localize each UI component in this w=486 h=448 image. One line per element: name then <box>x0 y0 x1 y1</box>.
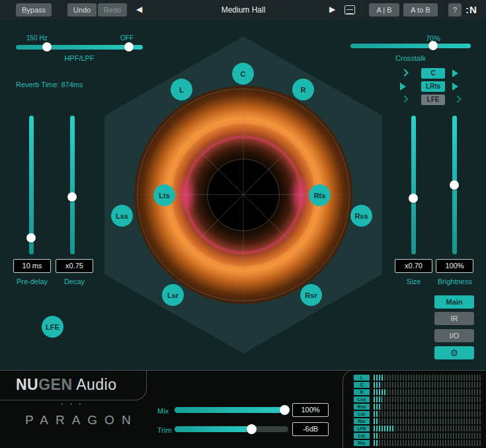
brand-nu: NU <box>16 376 38 393</box>
meter-bar <box>374 389 481 395</box>
meter-row: Lsr <box>354 411 481 417</box>
meter-bar <box>374 382 481 388</box>
predelay-value[interactable]: 10 ms <box>13 259 51 273</box>
trim-slider[interactable] <box>175 426 288 432</box>
paragon-plugin-window: Bypass Undo Redo ◀ Medium Hall ▶ A | B A… <box>0 0 486 448</box>
trim-value[interactable]: -6dB <box>292 422 329 436</box>
channel-node-rss[interactable]: Rss <box>350 205 372 227</box>
channel-node-lfe[interactable]: LFE <box>42 316 63 338</box>
meter-fill <box>374 404 380 410</box>
meter-label: Lsr <box>354 411 370 417</box>
crosstalk-label: Crosstalk <box>370 54 451 62</box>
meter-fill <box>374 389 386 395</box>
meter-label: Rsr <box>354 418 370 424</box>
page-tab-ir[interactable]: IR <box>434 312 474 325</box>
meter-fill <box>374 396 382 402</box>
channel-node-rts[interactable]: Rts <box>309 184 331 206</box>
channel-node-rsr[interactable]: Rsr <box>300 284 322 306</box>
channel-node-lss[interactable]: Lss <box>111 205 133 227</box>
size-slider[interactable] <box>411 116 416 254</box>
help-button[interactable]: ? <box>448 3 462 17</box>
mix-handle[interactable] <box>280 405 290 415</box>
meter-bar <box>374 396 481 402</box>
meter-rows: L C R Lss Rss Lsr Rsr LFE Lts Rts <box>354 375 481 446</box>
meter-row: R <box>354 389 481 395</box>
meter-fill <box>374 426 395 431</box>
channel-node-lts[interactable]: Lts <box>153 184 175 206</box>
channel-node-l[interactable]: L <box>171 79 192 100</box>
meter-label: C <box>354 382 370 388</box>
meter-label: Rts <box>354 440 370 446</box>
trim-label: Trim <box>157 426 172 434</box>
meter-fill <box>374 418 379 424</box>
crosstalk-slider[interactable] <box>350 44 471 48</box>
page-tab-io[interactable]: I/O <box>434 329 474 342</box>
bypass-button[interactable]: Bypass <box>16 3 52 17</box>
preset-name[interactable]: Medium Hall <box>190 5 296 15</box>
ab-compare-button[interactable]: A | B <box>369 3 399 17</box>
meter-label: Rss <box>354 404 370 410</box>
routing-out-lrts-icon[interactable] <box>452 83 458 91</box>
channel-node-lsr[interactable]: Lsr <box>162 284 184 306</box>
decay-handle[interactable] <box>67 192 77 202</box>
trim-fill <box>175 426 252 432</box>
routing-button-lrts[interactable]: LRts <box>421 81 445 92</box>
meter-fill <box>374 440 378 446</box>
predelay-handle[interactable] <box>26 233 36 243</box>
meter-fill <box>374 433 378 439</box>
meter-fill <box>374 411 379 417</box>
undo-button[interactable]: Undo <box>67 3 97 17</box>
size-value[interactable]: x0.70 <box>395 259 432 273</box>
routing-out-c-icon[interactable] <box>452 69 458 77</box>
channel-node-r[interactable]: R <box>292 79 314 100</box>
routing-in-c-icon[interactable] <box>401 69 408 76</box>
routing-button-lfe[interactable]: LFE <box>421 94 445 105</box>
decay-value[interactable]: x0.75 <box>56 259 93 273</box>
lpf-value: OFF <box>120 34 134 42</box>
nugen-logo-icon: :N <box>466 4 477 15</box>
mix-slider[interactable] <box>175 407 288 413</box>
routing-in-lfe-icon[interactable] <box>401 95 408 102</box>
mix-value[interactable]: 100% <box>292 403 329 417</box>
meter-row: C <box>354 382 481 388</box>
brightness-handle[interactable] <box>450 180 459 190</box>
routing-out-lfe-icon[interactable] <box>454 95 461 102</box>
routing-in-lrts-icon[interactable] <box>400 83 406 91</box>
meter-row: Rss <box>354 404 481 410</box>
brand-audio: Audio <box>73 376 117 393</box>
trim-handle[interactable] <box>247 424 257 434</box>
crosstalk-handle[interactable] <box>428 41 438 50</box>
size-handle[interactable] <box>409 194 418 203</box>
lpf-handle[interactable] <box>124 42 134 52</box>
brightness-value[interactable]: 100% <box>436 259 473 273</box>
brand-logo: NUGEN Audio <box>16 376 117 394</box>
product-name: PARAGON <box>25 413 138 428</box>
brightness-label: Brightness <box>426 278 483 285</box>
previous-preset-icon[interactable]: ◀ <box>136 5 142 14</box>
top-bar: Bypass Undo Redo ◀ Medium Hall ▶ A | B A… <box>0 0 486 20</box>
redo-button[interactable]: Redo <box>98 3 127 17</box>
channel-node-c[interactable]: C <box>232 63 254 85</box>
meter-row: Lss <box>354 396 481 402</box>
next-preset-icon[interactable]: ▶ <box>329 5 335 14</box>
hpf-lpf-label: HPF/LPF <box>16 54 143 62</box>
a-to-b-button[interactable]: A to B <box>403 3 438 17</box>
meter-label: R <box>354 389 370 395</box>
meter-bar <box>374 433 481 439</box>
brand-dots: • • • <box>61 401 83 408</box>
meter-bar <box>374 375 481 381</box>
meter-label: L <box>354 375 370 381</box>
page-tab-main[interactable]: Main <box>434 295 474 309</box>
meter-bar <box>374 404 481 410</box>
meter-label: LFE <box>354 426 370 431</box>
hpf-handle[interactable] <box>42 42 52 52</box>
meter-bar <box>374 418 481 424</box>
routing-button-c[interactable]: C <box>421 68 445 79</box>
decay-slider[interactable] <box>70 116 75 254</box>
meter-row: Rts <box>354 440 481 446</box>
predelay-label: Pre-delay <box>7 278 58 285</box>
preset-list-icon[interactable] <box>344 5 355 15</box>
meter-label: Lss <box>354 396 370 402</box>
settings-gear-button[interactable]: ⚙ <box>434 346 474 359</box>
footer-bar: NUGEN Audio • • • PARAGON Mix 100% Trim … <box>0 370 486 448</box>
